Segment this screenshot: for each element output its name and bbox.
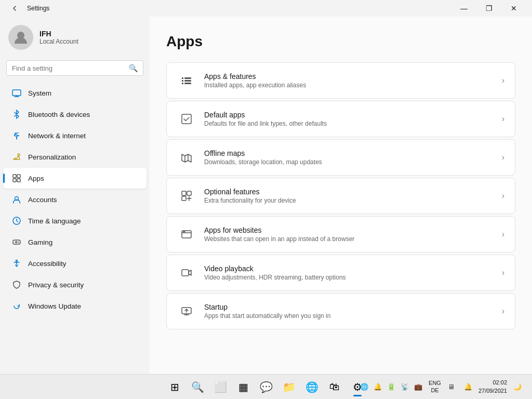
settings-item-title: Offline maps [204,149,494,157]
clock-time: 02:02 [493,379,507,387]
chevron-right-icon: › [502,76,504,85]
svg-rect-21 [182,196,186,201]
title-bar: Settings — ❐ ✕ [0,0,532,17]
taskbar-taskview-icon[interactable]: ⬜ [210,377,231,397]
svg-rect-20 [187,191,191,195]
window-title: Settings [27,5,49,12]
svg-point-2 [16,138,17,139]
update-icon [11,301,22,311]
settings-item-video-playback[interactable]: Video playback Video adjustments, HDR st… [166,255,515,291]
notifications-icon[interactable]: 🔔 [462,381,474,393]
svg-rect-13 [184,77,191,79]
settings-item-title: Default apps [204,111,494,119]
language-indicator[interactable]: ENG DE [429,380,441,393]
svg-rect-15 [184,80,191,82]
svg-rect-25 [182,270,189,276]
sidebar-item-label: Personalization [28,153,76,161]
title-bar-left: Settings [6,0,49,17]
taskbar-start-icon[interactable]: ⊞ [164,377,185,397]
clock[interactable]: 02:02 27/09/2021 [478,379,507,395]
sidebar-item-bluetooth[interactable]: Bluetooth & devices [3,104,147,125]
settings-item-text: Optional features Extra functionality fo… [204,188,494,204]
sidebar-item-time[interactable]: Time & language [3,210,147,231]
window-controls: — ❐ ✕ [452,0,526,17]
network-icon[interactable]: 🌐 [358,381,370,393]
settings-item-startup[interactable]: Startup Apps that start automatically wh… [166,293,515,329]
search-box[interactable]: 🔍 [6,60,143,76]
taskbar-widgets-icon[interactable]: ▦ [233,377,254,397]
accounts-icon [11,194,22,205]
taskbar: ⊞🔍⬜▦💬📁🌐🛍⚙ 🌐 🔔 🔋 📡 💼 ENG DE 🖥 🔔 02:02 27/… [0,374,532,399]
wifi-icon[interactable]: 📡 [398,381,411,393]
sidebar-item-privacy[interactable]: Privacy & security [3,274,147,295]
sidebar-item-apps[interactable]: Apps [3,168,147,189]
user-info: IFH Local Account [39,30,78,45]
privacy-icon [11,280,22,290]
clock-date: 27/09/2021 [478,387,507,395]
sidebar-item-accounts[interactable]: Accounts [3,189,147,210]
bluetooth-icon [11,109,22,119]
app-body: IFH Local Account 🔍 System Bluetooth & d… [0,17,532,374]
settings-item-apps-websites[interactable]: Apps for websites Websites that can open… [166,216,515,252]
svg-rect-14 [182,80,183,82]
map-icon [177,148,196,167]
settings-item-title: Apps & features [204,72,494,81]
svg-rect-4 [13,175,16,178]
sound-icon[interactable]: 🔔 [371,381,384,393]
svg-point-24 [184,231,185,232]
system-tray-icon[interactable]: 🖥 [445,381,458,393]
sidebar-item-label: Accounts [28,196,57,204]
sidebar-item-label: Apps [28,175,44,182]
sidebar-item-label: Privacy & security [28,281,84,289]
sidebar-item-gaming[interactable]: Gaming [3,232,147,252]
back-button[interactable] [6,0,23,17]
notifications-bell[interactable]: 🌙 [511,381,524,393]
svg-rect-1 [12,90,21,96]
settings-item-text: Apps for websites Websites that can open… [204,226,494,243]
search-icon: 🔍 [129,64,138,72]
settings-item-desc: Extra functionality for your device [204,197,494,204]
personalization-icon [11,152,22,162]
time-icon [11,216,22,226]
sidebar-item-label: System [28,89,51,97]
taskbar-store-icon[interactable]: 🛍 [324,377,345,397]
chevron-right-icon: › [502,114,504,124]
accessibility-icon [11,258,22,269]
chevron-right-icon: › [502,268,504,277]
taskbar-explorer-icon[interactable]: 📁 [278,377,299,397]
taskbar-search-icon[interactable]: 🔍 [187,377,208,397]
sidebar-item-system[interactable]: System [3,83,147,103]
settings-item-text: Apps & features Installed apps, app exec… [204,72,494,89]
svg-point-23 [183,231,184,232]
user-profile[interactable]: IFH Local Account [0,17,150,58]
sidebar-item-accessibility[interactable]: Accessibility [3,253,147,274]
minimize-button[interactable]: — [452,0,476,17]
settings-item-optional-features[interactable]: Optional features Extra functionality fo… [166,178,515,214]
network-icon [11,130,22,141]
taskbar-chat-icon[interactable]: 💬 [256,377,276,397]
teams-icon[interactable]: 💼 [412,381,424,393]
settings-item-text: Video playback Video adjustments, HDR st… [204,264,494,281]
sidebar-item-network[interactable]: Network & internet [3,125,147,146]
sidebar-item-personalization[interactable]: Personalization [3,147,147,167]
sidebar-item-update[interactable]: Windows Update [3,296,147,316]
video-icon [177,263,196,282]
taskbar-sys-icons: 🌐 🔔 🔋 📡 💼 [358,381,424,393]
settings-item-default-apps[interactable]: Default apps Defaults for file and link … [166,101,515,137]
close-button[interactable]: ✕ [502,0,526,17]
settings-item-desc: Video adjustments, HDR streaming, batter… [204,274,494,281]
taskbar-center: ⊞🔍⬜▦💬📁🌐🛍⚙ [164,377,368,397]
maximize-button[interactable]: ❐ [477,0,501,17]
battery-icon[interactable]: 🔋 [385,381,397,393]
settings-item-offline-maps[interactable]: Offline maps Downloads, storage location… [166,139,515,176]
svg-rect-6 [13,179,16,182]
sidebar-item-label: Windows Update [28,302,81,310]
settings-item-title: Apps for websites [204,226,494,234]
svg-rect-18 [182,114,191,124]
avatar [8,25,33,50]
settings-item-apps-features[interactable]: Apps & features Installed apps, app exec… [166,62,515,99]
sidebar: IFH Local Account 🔍 System Bluetooth & d… [0,17,150,374]
taskbar-edge-icon[interactable]: 🌐 [301,377,322,397]
page-title: Apps [166,33,515,50]
search-input[interactable] [12,64,125,72]
